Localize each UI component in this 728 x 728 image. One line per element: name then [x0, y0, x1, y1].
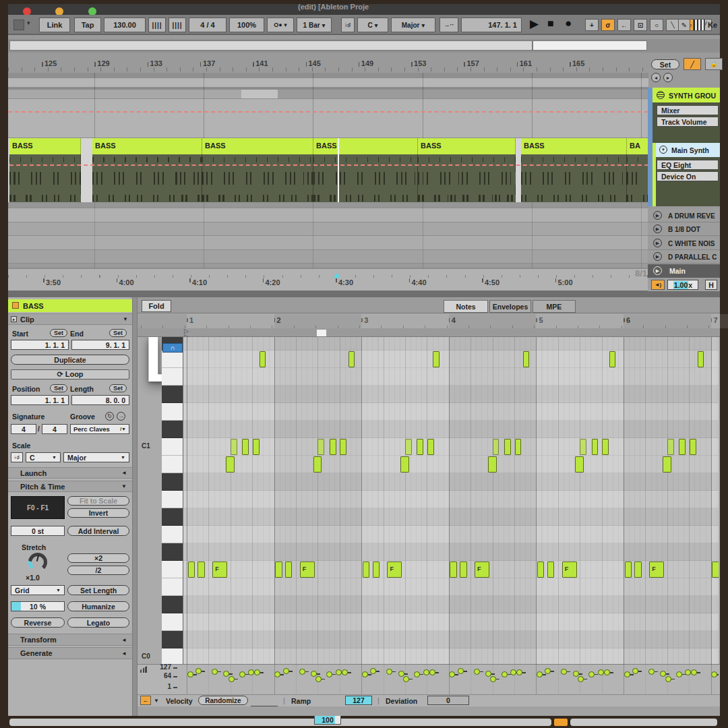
stretch-x2-button[interactable]: ×2	[67, 553, 129, 563]
clip-body[interactable]	[313, 154, 418, 202]
signature-numerator-field[interactable]: 4	[11, 424, 36, 434]
midi-note[interactable]	[313, 456, 322, 473]
play-button[interactable]: ▶	[530, 17, 539, 31]
midi-note[interactable]	[634, 562, 641, 578]
velocity-marker[interactable]	[229, 676, 235, 682]
velocity-marker[interactable]	[474, 669, 480, 675]
loop-toggle-button[interactable]: ⟳ Loop	[11, 369, 129, 380]
root-note-dropdown[interactable]: C ▾	[357, 18, 388, 32]
h-scrollbar-accent[interactable]	[554, 719, 568, 726]
white-key-D0[interactable]	[162, 613, 183, 631]
launch-section-header[interactable]: Launch◄	[8, 467, 132, 479]
clip-section-caret-icon[interactable]: ▼	[123, 316, 128, 322]
midi-note[interactable]	[231, 439, 237, 455]
device-chooser-deviceon[interactable]: Device On	[657, 171, 719, 181]
midi-note[interactable]	[450, 562, 456, 578]
tab-mpe[interactable]: MPE	[533, 300, 576, 313]
midi-note[interactable]	[405, 439, 412, 455]
black-key-D#1[interactable]	[162, 386, 183, 403]
nudge-down-icon[interactable]: ||||	[148, 18, 166, 32]
midi-note[interactable]	[493, 439, 499, 455]
randomize-button[interactable]: Randomize	[198, 696, 248, 705]
clip-body[interactable]	[92, 154, 202, 202]
device-chooser-mixer[interactable]: Mixer	[657, 105, 719, 115]
transform-section-header[interactable]: Transform◄	[8, 634, 132, 646]
black-key-C#0[interactable]	[162, 631, 183, 648]
pitch-range-display[interactable]: F0 - F1	[11, 496, 65, 519]
midi-note[interactable]: F	[387, 562, 402, 578]
white-key-D1[interactable]	[162, 403, 183, 421]
set-length-button[interactable]: Set Length	[67, 585, 129, 595]
midi-note[interactable]	[690, 439, 696, 455]
prev-locator-button[interactable]: ◂	[651, 73, 661, 82]
nudge-up-icon[interactable]: ||||	[169, 18, 186, 32]
arrangement-position-field[interactable]: 147. 1. 1	[461, 18, 522, 32]
arrangement-clip[interactable]: BA	[627, 138, 648, 202]
clip-body[interactable]	[9, 154, 81, 202]
velocity-marker[interactable]	[386, 669, 392, 675]
midi-note[interactable]	[400, 456, 409, 473]
generate-section-header[interactable]: Generate◄	[8, 647, 132, 659]
white-key-C0[interactable]	[162, 648, 183, 664]
midi-note[interactable]	[188, 562, 195, 578]
audition-note-button[interactable]: ∩	[162, 343, 183, 353]
ramp-from-field[interactable]: 100	[314, 715, 341, 725]
midi-note[interactable]: F	[212, 562, 227, 578]
panel-splitter[interactable]	[132, 297, 138, 716]
end-set-button[interactable]: Set	[109, 329, 127, 337]
metronome-dropdown[interactable]: O● ▾	[267, 18, 294, 32]
group-track-name[interactable]: SYNTH GROU	[669, 92, 716, 100]
black-key-G#0[interactable]	[162, 508, 183, 526]
draw-automation-button[interactable]: ╱	[684, 58, 701, 70]
duplicate-button[interactable]: Duplicate	[11, 355, 129, 365]
midi-note[interactable]	[504, 439, 511, 455]
velocity-marker[interactable]	[187, 671, 193, 677]
midi-note[interactable]	[253, 439, 260, 455]
highlight-button[interactable]: ○	[650, 19, 663, 31]
midi-note[interactable]	[330, 439, 336, 455]
time-signature-field[interactable]: 4 / 4	[189, 18, 226, 32]
reverse-button[interactable]: Reverse	[11, 617, 65, 628]
speed-field[interactable]: 1.00x	[667, 280, 698, 290]
midi-note[interactable]	[226, 456, 235, 473]
groove-amount-field[interactable]: 100%	[229, 18, 264, 32]
overview-visible-range[interactable]	[533, 40, 647, 51]
maximize-button[interactable]	[88, 7, 96, 15]
white-key-F0[interactable]	[162, 561, 183, 578]
device-chooser-volume[interactable]: Track Volume	[657, 117, 719, 127]
preview-icon[interactable]: ▶	[653, 266, 662, 275]
caret-down-icon[interactable]: ▼	[121, 483, 127, 489]
collapse-icon[interactable]: ◄	[121, 470, 127, 476]
horizontal-splitter[interactable]	[8, 291, 720, 297]
draw-mode-button[interactable]: σ	[601, 19, 615, 31]
quantize-menu-dropdown[interactable]: 1 Bar ▾	[297, 18, 332, 32]
automation-line-dashed[interactable]	[8, 111, 648, 113]
midi-loop-strip[interactable]	[138, 328, 720, 337]
zoom-mode-button[interactable]: ⊡	[634, 19, 647, 31]
midi-note[interactable]	[523, 351, 529, 367]
velocity-marker[interactable]	[429, 669, 435, 675]
h-scrollbar-track[interactable]	[8, 717, 720, 728]
velocity-marker[interactable]	[283, 668, 289, 674]
midi-note[interactable]	[712, 562, 719, 578]
draw-pencil-button[interactable]: ✎	[678, 19, 690, 31]
position-set-button[interactable]: Set	[50, 384, 67, 392]
position-value-field[interactable]: 1. 1. 1	[11, 395, 69, 405]
velocity-marker[interactable]	[239, 671, 245, 677]
collapse-icon[interactable]: ◄	[121, 637, 127, 643]
end-value-field[interactable]: 9. 1. 1	[71, 340, 129, 350]
return-track-row[interactable]: ▶D PARALLEL C	[648, 250, 720, 264]
midi-note[interactable]	[242, 439, 249, 455]
grid-dropdown[interactable]: Grid▼	[11, 585, 65, 595]
humanize-amount-field[interactable]: 10 %	[11, 601, 65, 611]
midi-note[interactable]	[602, 439, 609, 455]
scale-dropdown[interactable]: Major ▾	[391, 18, 435, 32]
length-set-button[interactable]: Set	[109, 384, 127, 392]
close-button[interactable]	[23, 7, 31, 15]
fade-curve-button[interactable]: ╲	[666, 19, 679, 31]
black-key-D#0[interactable]	[162, 596, 183, 613]
midi-note[interactable]	[515, 439, 522, 455]
arrangement-clip[interactable]: BASS	[521, 138, 627, 202]
midi-note[interactable]	[260, 351, 266, 367]
midi-note[interactable]: F	[300, 562, 315, 578]
